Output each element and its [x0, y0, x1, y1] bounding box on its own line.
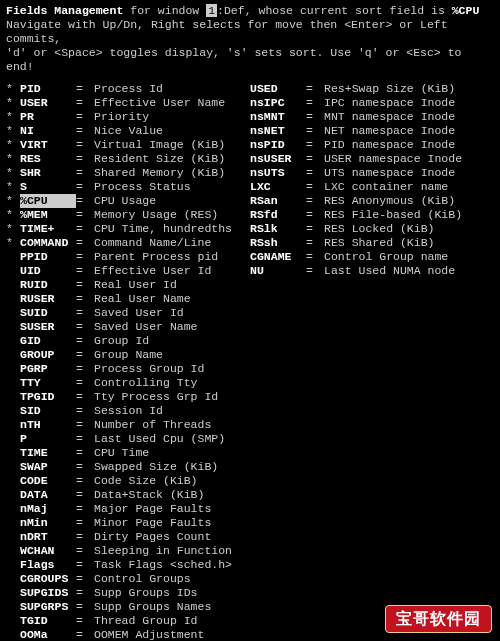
- field-mark: *: [6, 194, 20, 208]
- field-mark: *: [6, 124, 20, 138]
- field-row[interactable]: RUSER= Real User Name: [6, 292, 232, 306]
- field-abbr: COMMAND: [20, 236, 76, 250]
- field-mark: [6, 362, 20, 376]
- field-desc: RES File-based (KiB): [324, 208, 462, 222]
- field-row[interactable]: NU= Last Used NUMA node: [250, 264, 462, 278]
- field-row[interactable]: * %CPU= CPU Usage: [6, 194, 232, 208]
- field-row[interactable]: SUPGRPS= Supp Groups Names: [6, 600, 232, 614]
- field-eq: =: [76, 600, 94, 614]
- field-row[interactable]: RSfd= RES File-based (KiB): [250, 208, 462, 222]
- field-desc: Thread Group Id: [94, 614, 198, 628]
- field-abbr: nsUSER: [250, 152, 306, 166]
- field-row[interactable]: LXC= LXC container name: [250, 180, 462, 194]
- field-row[interactable]: GROUP= Group Name: [6, 348, 232, 362]
- field-row[interactable]: GID= Group Id: [6, 334, 232, 348]
- field-row[interactable]: SID= Session Id: [6, 404, 232, 418]
- field-row[interactable]: SWAP= Swapped Size (KiB): [6, 460, 232, 474]
- field-abbr: WCHAN: [20, 544, 76, 558]
- field-row[interactable]: nMaj= Major Page Faults: [6, 502, 232, 516]
- field-abbr: %MEM: [20, 208, 76, 222]
- field-mark: [6, 250, 20, 264]
- field-row[interactable]: * VIRT= Virtual Image (KiB): [6, 138, 232, 152]
- field-row[interactable]: PGRP= Process Group Id: [6, 362, 232, 376]
- field-eq: =: [76, 530, 94, 544]
- field-row[interactable]: TPGID= Tty Process Grp Id: [6, 390, 232, 404]
- field-desc: Control Group name: [324, 250, 448, 264]
- window-number: 1: [206, 4, 217, 17]
- field-eq: =: [306, 250, 324, 264]
- field-row[interactable]: * S= Process Status: [6, 180, 232, 194]
- field-row[interactable]: UID= Effective User Id: [6, 264, 232, 278]
- terminal-screen[interactable]: Fields Management for window 1:Def, whos…: [0, 0, 500, 641]
- field-row[interactable]: DATA= Data+Stack (KiB): [6, 488, 232, 502]
- field-abbr: PID: [20, 82, 76, 96]
- field-mark: *: [6, 82, 20, 96]
- field-row[interactable]: RSlk= RES Locked (KiB): [250, 222, 462, 236]
- field-row[interactable]: SUID= Saved User Id: [6, 306, 232, 320]
- field-eq: =: [76, 544, 94, 558]
- field-row[interactable]: SUPGIDS= Supp Groups IDs: [6, 586, 232, 600]
- field-row[interactable]: nDRT= Dirty Pages Count: [6, 530, 232, 544]
- field-abbr: VIRT: [20, 138, 76, 152]
- field-mark: [6, 376, 20, 390]
- field-row[interactable]: WCHAN= Sleeping in Function: [6, 544, 232, 558]
- watermark-badge: 宝哥软件园: [385, 605, 492, 633]
- field-row[interactable]: nMin= Minor Page Faults: [6, 516, 232, 530]
- field-desc: Shared Memory (KiB): [94, 166, 225, 180]
- field-desc: NET namespace Inode: [324, 124, 455, 138]
- field-row[interactable]: * NI= Nice Value: [6, 124, 232, 138]
- field-row[interactable]: SUSER= Saved User Name: [6, 320, 232, 334]
- field-row[interactable]: USED= Res+Swap Size (KiB): [250, 82, 462, 96]
- field-eq: =: [306, 138, 324, 152]
- field-abbr: GID: [20, 334, 76, 348]
- field-row[interactable]: RSan= RES Anonymous (KiB): [250, 194, 462, 208]
- field-row[interactable]: * PR= Priority: [6, 110, 232, 124]
- field-eq: =: [306, 264, 324, 278]
- field-desc: RES Shared (KiB): [324, 236, 434, 250]
- field-row[interactable]: nsMNT= MNT namespace Inode: [250, 110, 462, 124]
- field-abbr: nMin: [20, 516, 76, 530]
- field-desc: Process Group Id: [94, 362, 204, 376]
- field-desc: RES Anonymous (KiB): [324, 194, 455, 208]
- field-desc: Last Used Cpu (SMP): [94, 432, 225, 446]
- field-eq: =: [76, 222, 94, 236]
- field-eq: =: [76, 418, 94, 432]
- field-row[interactable]: * PID= Process Id: [6, 82, 232, 96]
- field-row[interactable]: RUID= Real User Id: [6, 278, 232, 292]
- field-row[interactable]: nsPID= PID namespace Inode: [250, 138, 462, 152]
- field-row[interactable]: RSsh= RES Shared (KiB): [250, 236, 462, 250]
- header: Fields Management for window 1:Def, whos…: [6, 4, 494, 74]
- field-row[interactable]: OOMa= OOMEM Adjustment: [6, 628, 232, 641]
- field-row[interactable]: * COMMAND= Command Name/Line: [6, 236, 232, 250]
- field-abbr: DATA: [20, 488, 76, 502]
- field-row[interactable]: CODE= Code Size (KiB): [6, 474, 232, 488]
- field-abbr: CGROUPS: [20, 572, 76, 586]
- field-row[interactable]: P= Last Used Cpu (SMP): [6, 432, 232, 446]
- field-mark: *: [6, 110, 20, 124]
- field-mark: [6, 516, 20, 530]
- field-row[interactable]: CGROUPS= Control Groups: [6, 572, 232, 586]
- field-row[interactable]: nsUSER= USER namespace Inode: [250, 152, 462, 166]
- field-desc: Priority: [94, 110, 149, 124]
- field-row[interactable]: PPID= Parent Process pid: [6, 250, 232, 264]
- field-row[interactable]: CGNAME= Control Group name: [250, 250, 462, 264]
- field-row[interactable]: Flags= Task Flags <sched.h>: [6, 558, 232, 572]
- field-row[interactable]: nsIPC= IPC namespace Inode: [250, 96, 462, 110]
- field-abbr: TPGID: [20, 390, 76, 404]
- field-desc: USER namespace Inode: [324, 152, 462, 166]
- field-row[interactable]: nsNET= NET namespace Inode: [250, 124, 462, 138]
- field-row[interactable]: nTH= Number of Threads: [6, 418, 232, 432]
- field-abbr: TGID: [20, 614, 76, 628]
- field-row[interactable]: nsUTS= UTS namespace Inode: [250, 166, 462, 180]
- field-row[interactable]: TIME= CPU Time: [6, 446, 232, 460]
- field-row[interactable]: * RES= Resident Size (KiB): [6, 152, 232, 166]
- field-row[interactable]: TTY= Controlling Tty: [6, 376, 232, 390]
- field-row[interactable]: TGID= Thread Group Id: [6, 614, 232, 628]
- field-row[interactable]: * %MEM= Memory Usage (RES): [6, 208, 232, 222]
- field-desc: IPC namespace Inode: [324, 96, 455, 110]
- field-mark: [6, 614, 20, 628]
- field-row[interactable]: * USER= Effective User Name: [6, 96, 232, 110]
- field-abbr: nsUTS: [250, 166, 306, 180]
- field-row[interactable]: * SHR= Shared Memory (KiB): [6, 166, 232, 180]
- field-row[interactable]: * TIME+= CPU Time, hundredths: [6, 222, 232, 236]
